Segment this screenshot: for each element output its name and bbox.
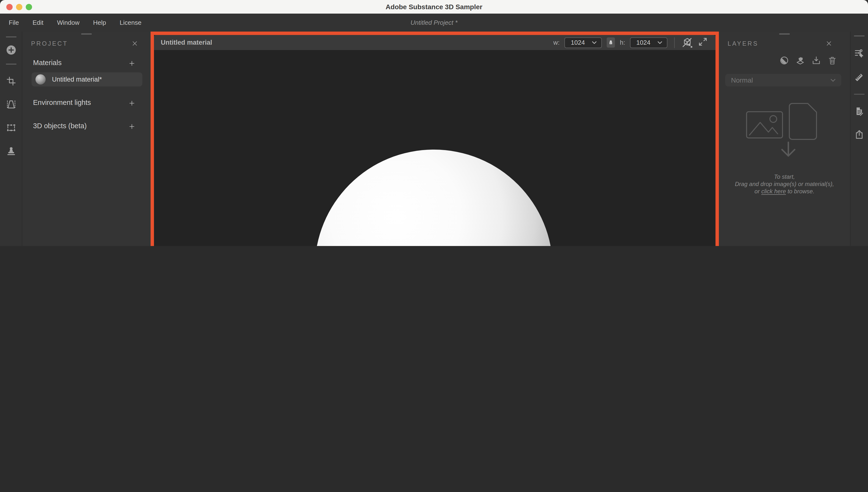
header-divider <box>674 37 675 48</box>
add-object-button[interactable] <box>128 123 136 131</box>
layers-panel-title: LAYERS <box>728 40 759 47</box>
adjustment-filter-icon[interactable] <box>779 55 789 66</box>
materials-section-label: Materials <box>33 59 62 67</box>
physical-size-icon[interactable] <box>853 71 865 83</box>
material-list-item[interactable]: Untitled material* <box>31 72 142 87</box>
menu-file[interactable]: File <box>9 19 19 26</box>
app-title: Adobe Substance 3D Sampler <box>386 3 482 11</box>
pinned-parameters-icon[interactable] <box>853 47 865 59</box>
dropzone-line2: Drag and drop image(s) or material(s), <box>719 181 850 188</box>
dropzone-text: To start, Drag and drop image(s) or mate… <box>719 173 850 195</box>
menu-window[interactable]: Window <box>57 19 80 26</box>
project-panel-title: PROJECT <box>31 40 68 47</box>
chevron-down-icon <box>657 39 663 46</box>
edit-notes-icon[interactable] <box>853 105 865 117</box>
window-controls <box>6 4 32 10</box>
aspect-lock-icon[interactable] <box>607 38 615 48</box>
right-panel-column: LAYERS Normal To start <box>719 31 850 246</box>
environment-lights-label: Environment lights <box>33 99 91 106</box>
add-environment-button[interactable] <box>128 100 136 107</box>
fullscreen-icon[interactable] <box>698 37 710 48</box>
width-value: 1024 <box>571 39 585 46</box>
perspective-tool-icon[interactable] <box>5 99 17 110</box>
add-material-button[interactable] <box>128 60 136 68</box>
height-label: h: <box>620 39 625 46</box>
close-window-button[interactable] <box>6 4 13 10</box>
height-value: 1024 <box>636 39 650 46</box>
panel-drag-handle[interactable] <box>779 33 790 34</box>
material-preview-sphere[interactable] <box>315 150 553 246</box>
file-placeholder-icon <box>788 102 817 140</box>
titlebar: Adobe Substance 3D Sampler <box>0 0 868 14</box>
toolbar-divider <box>6 64 16 65</box>
objects-section-label: 3D objects (beta) <box>33 122 87 130</box>
crop-tool-icon[interactable] <box>5 75 17 87</box>
clone-stamp-tool-icon[interactable] <box>5 145 17 157</box>
blend-mode-value: Normal <box>731 76 753 84</box>
image-placeholder-icon <box>746 111 784 139</box>
transform-tool-icon[interactable] <box>5 122 17 133</box>
panel-drag-handle[interactable] <box>81 33 92 34</box>
toolbar-divider <box>854 94 864 95</box>
viewport: Untitled material w: 1024 h: 1024 <box>151 31 719 246</box>
project-panel: PROJECT Materials Untitled material* Env… <box>22 31 151 246</box>
width-select[interactable]: 1024 <box>564 37 602 48</box>
viewport-canvas[interactable] <box>154 50 716 246</box>
app-window: Adobe Substance 3D Sampler File Edit Win… <box>0 0 868 246</box>
menu-edit[interactable]: Edit <box>32 19 44 26</box>
zoom-window-button[interactable] <box>26 4 32 10</box>
layers-panel-close-icon[interactable] <box>825 40 834 49</box>
height-select[interactable]: 1024 <box>630 37 667 48</box>
blend-mode-select[interactable]: Normal <box>725 74 841 87</box>
import-layer-icon[interactable] <box>811 55 821 66</box>
toolbar-divider <box>6 36 16 38</box>
right-toolbar <box>850 31 868 246</box>
project-panel-close-icon[interactable] <box>131 40 140 49</box>
dropzone-or: or <box>754 188 761 195</box>
viewport-header: Untitled material w: 1024 h: 1024 <box>154 35 716 50</box>
menu-license[interactable]: License <box>120 19 142 26</box>
left-panel-column: PROJECT Materials Untitled material* Env… <box>22 31 151 246</box>
toolbar-divider <box>854 35 864 36</box>
minimize-window-button[interactable] <box>16 4 22 10</box>
chevron-down-icon <box>829 77 837 83</box>
left-toolbar <box>0 31 22 246</box>
width-label: w: <box>553 39 560 46</box>
add-asset-button[interactable] <box>5 44 17 56</box>
menu-help[interactable]: Help <box>93 19 106 26</box>
click-here-link[interactable]: click here <box>761 188 786 195</box>
dropzone-browse: to browse. <box>786 188 814 195</box>
material-layer-icon[interactable] <box>795 55 805 66</box>
chevron-down-icon <box>591 39 597 46</box>
2d-3d-toggle-icon[interactable] <box>681 37 693 48</box>
project-title: Untitled Project * <box>411 19 457 26</box>
viewport-material-name: Untitled material <box>161 39 212 46</box>
main-area: PROJECT Materials Untitled material* Env… <box>0 31 868 246</box>
share-export-icon[interactable] <box>853 129 865 140</box>
menubar: File Edit Window Help License Untitled P… <box>0 14 868 31</box>
dropzone-line1: To start, <box>719 173 850 181</box>
drop-arrow-icon <box>780 141 797 158</box>
layers-panel: LAYERS Normal To start <box>719 31 850 246</box>
delete-layer-icon[interactable] <box>827 55 837 66</box>
material-thumbnail <box>35 74 46 84</box>
material-item-label: Untitled material* <box>52 76 102 83</box>
dropzone-line3: or click here to browse. <box>719 188 850 195</box>
